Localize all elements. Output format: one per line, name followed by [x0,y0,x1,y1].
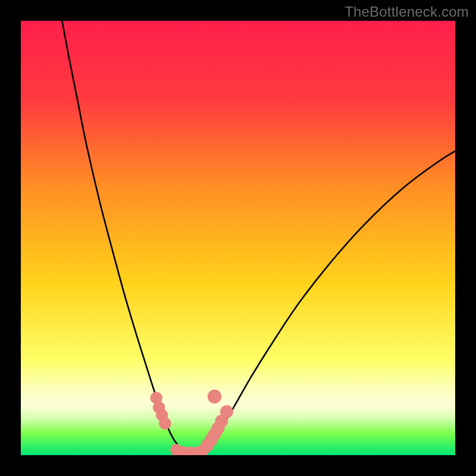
right-cluster-point [220,405,233,418]
left-cluster-point [159,417,171,429]
chart-svg [21,21,455,455]
right-outlier-point [208,390,221,403]
watermark-text: TheBottleneck.com [345,4,469,20]
gradient-background [21,21,455,455]
plot-area [21,21,455,455]
chart-frame: TheBottleneck.com [0,0,476,476]
